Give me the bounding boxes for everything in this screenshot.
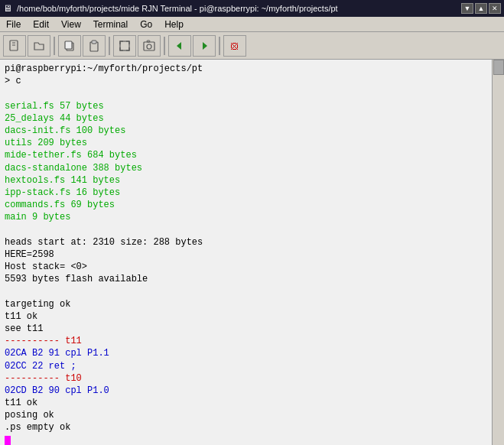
screenshot-button[interactable] — [138, 35, 161, 57]
output-02ca: 02CA B2 91 cpl P1.1 — [5, 347, 487, 359]
output-commands: commands.fs 69 bytes — [5, 199, 487, 211]
output-02cd: 02CD B2 90 cpl P1.0 — [5, 385, 487, 397]
copy-button[interactable] — [58, 35, 81, 57]
output-targeting: targeting ok — [5, 298, 487, 310]
output-sep-t11: ---------- t11 — [5, 335, 487, 347]
scrollbar-thumb[interactable] — [493, 60, 504, 75]
cursor-line — [5, 434, 487, 445]
output-here: HERE=2598 — [5, 248, 487, 261]
prompt-line: pi@raspberrypi:~/myforth/projects/pt — [5, 63, 487, 75]
output-t11-ok2: t11 ok — [5, 397, 487, 409]
open-button[interactable] — [28, 35, 50, 57]
output-utils: utils 209 bytes — [5, 137, 487, 149]
fullscreen-button[interactable] — [113, 35, 136, 57]
output-serial: serial.fs 57 bytes — [5, 100, 487, 112]
terminal-container: pi@raspberrypi:~/myforth/projects/pt > c… — [0, 60, 504, 445]
blank-3 — [5, 285, 487, 297]
output-sep-t10: ---------- t10 — [5, 372, 487, 385]
output-dacs-standalone: dacs-standalone 388 bytes — [5, 162, 487, 174]
svg-marker-11 — [177, 42, 181, 50]
paste-button[interactable] — [83, 35, 106, 57]
terminal-output[interactable]: pi@raspberrypi:~/myforth/projects/pt > c… — [0, 60, 492, 445]
scrollbar[interactable] — [492, 60, 504, 445]
output-host-stack: Host stack= <0> — [5, 261, 487, 273]
svg-marker-12 — [203, 42, 207, 50]
menu-bar: File Edit View Terminal Go Help — [0, 17, 504, 32]
separator-3 — [164, 37, 165, 55]
output-delays: 25_delays 44 bytes — [5, 112, 487, 125]
svg-rect-7 — [120, 41, 129, 50]
output-see-t11: see t11 — [5, 323, 487, 335]
output-t11-ok: t11 ok — [5, 310, 487, 323]
forward-button[interactable] — [193, 35, 216, 57]
menu-go[interactable]: Go — [134, 17, 158, 31]
blank-1 — [5, 87, 487, 99]
output-ipp-stack: ipp-stack.fs 16 bytes — [5, 187, 487, 199]
output-ps-empty: .ps empty ok — [5, 421, 487, 434]
close-button[interactable]: ✕ — [489, 3, 501, 14]
output-main: main 9 bytes — [5, 211, 487, 223]
output-posing: posing ok — [5, 409, 487, 421]
separator-2 — [109, 37, 110, 55]
svg-point-9 — [147, 44, 151, 49]
output-02cc: 02CC 22 ret ; — [5, 360, 487, 372]
app-icon: 🖥 — [3, 3, 12, 14]
new-button[interactable] — [3, 35, 26, 57]
maximize-button[interactable]: ▲ — [475, 3, 487, 14]
window-controls: ▼ ▲ ✕ — [461, 3, 501, 14]
output-hextools: hextools.fs 141 bytes — [5, 174, 487, 187]
cursor — [5, 436, 11, 445]
separator-4 — [219, 37, 220, 55]
menu-help[interactable]: Help — [158, 17, 190, 31]
output-dacs-init: dacs-init.fs 100 bytes — [5, 125, 487, 137]
title-bar: 🖥 /home/bob/myforth/projects/mide RJN Te… — [0, 0, 504, 17]
output-mide-tether: mide-tether.fs 684 bytes — [5, 149, 487, 161]
separator-1 — [54, 37, 55, 55]
menu-file[interactable]: File — [0, 17, 27, 31]
svg-rect-6 — [92, 41, 96, 44]
output-heads: heads start at: 2310 size: 288 bytes — [5, 236, 487, 248]
output-flash: 5593 bytes flash available — [5, 273, 487, 285]
minimize-button[interactable]: ▼ — [461, 3, 473, 14]
svg-rect-10 — [147, 41, 150, 42]
command-line: > c — [5, 75, 487, 87]
svg-rect-4 — [65, 41, 72, 49]
title-text: /home/bob/myforth/projects/mide RJN Term… — [17, 4, 457, 13]
back-button[interactable] — [168, 35, 191, 57]
reset-button[interactable]: ⦻ — [223, 35, 246, 57]
toolbar: ⦻ — [0, 32, 504, 60]
menu-edit[interactable]: Edit — [27, 17, 55, 31]
blank-2 — [5, 223, 487, 235]
menu-view[interactable]: View — [55, 17, 87, 31]
menu-terminal[interactable]: Terminal — [87, 17, 134, 31]
